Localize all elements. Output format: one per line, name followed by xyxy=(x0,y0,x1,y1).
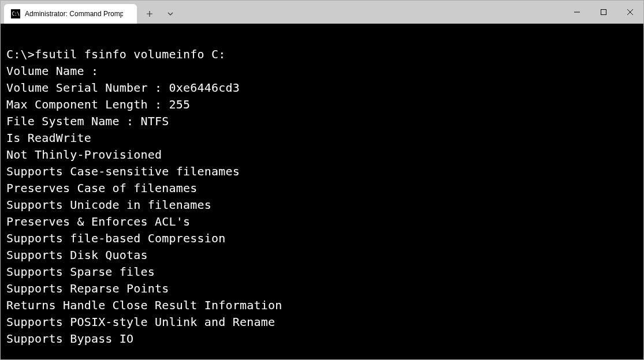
output-line: Supports Reparse Points xyxy=(6,280,638,297)
output-line: Preserves Case of filenames xyxy=(6,180,638,197)
window-controls xyxy=(564,1,643,24)
close-window-button[interactable] xyxy=(617,1,643,24)
cmd-icon: C:\ xyxy=(11,9,20,18)
svg-rect-0 xyxy=(601,10,606,15)
tab-actions xyxy=(139,4,181,24)
tab-dropdown-button[interactable] xyxy=(160,4,181,24)
tab-close-button[interactable] xyxy=(128,9,130,19)
tab-title: Administrator: Command Prompt xyxy=(25,10,123,18)
output-line: Supports file-based Compression xyxy=(6,230,638,247)
output-line: Not Thinly-Provisioned xyxy=(6,147,638,163)
output-line: Returns Handle Close Result Information xyxy=(6,297,638,314)
output-line: File System Name : NTFS xyxy=(6,113,638,130)
command: fsutil fsinfo volumeinfo C: xyxy=(35,47,226,61)
tab-active[interactable]: C:\ Administrator: Command Prompt xyxy=(4,4,137,24)
output-line: Max Component Length : 255 xyxy=(6,96,638,113)
titlebar-drag-region[interactable] xyxy=(181,1,564,24)
output-line: Supports Sparse files xyxy=(6,264,638,280)
output-line: Preserves & Enforces ACL's xyxy=(6,213,638,230)
minimize-button[interactable] xyxy=(564,1,590,24)
titlebar: C:\ Administrator: Command Prompt xyxy=(1,1,643,24)
output-line: Is ReadWrite xyxy=(6,130,638,147)
output-line: Supports Bypass IO xyxy=(6,331,638,347)
output-line: Volume Name : xyxy=(6,63,638,80)
output-line: Volume Serial Number : 0xe6446cd3 xyxy=(6,80,638,96)
output-line: Supports Disk Quotas xyxy=(6,247,638,264)
terminal-content[interactable]: C:\>fsutil fsinfo volumeinfo C:Volume Na… xyxy=(1,24,643,360)
output-line: Supports POSIX-style Unlink and Rename xyxy=(6,314,638,331)
maximize-button[interactable] xyxy=(590,1,617,24)
output-line: Supports Unicode in filenames xyxy=(6,197,638,213)
new-tab-button[interactable] xyxy=(139,4,160,24)
output-line: Supports Case-sensitive filenames xyxy=(6,163,638,180)
prompt: C:\> xyxy=(6,47,35,61)
